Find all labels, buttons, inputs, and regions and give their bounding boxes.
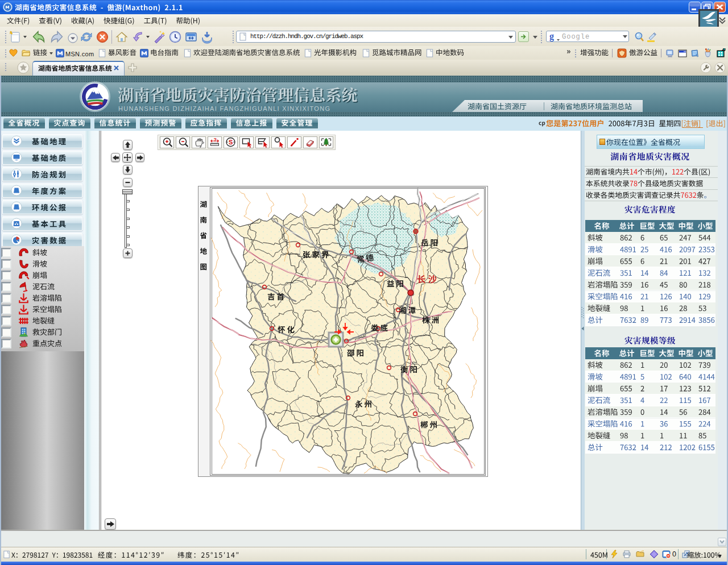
- svg-text:S: S: [229, 139, 233, 146]
- svg-text:?: ?: [214, 137, 217, 143]
